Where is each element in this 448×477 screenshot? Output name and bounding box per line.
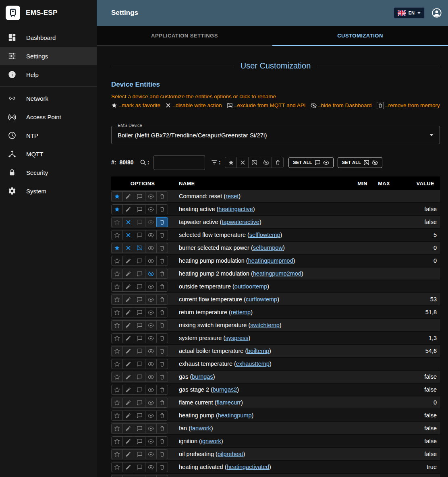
visibility-toggle[interactable] bbox=[145, 411, 157, 421]
entity-code-link[interactable]: exhausttemp bbox=[236, 361, 270, 367]
entity-name[interactable]: return temperature (rettemp) bbox=[174, 309, 351, 315]
favorite-toggle[interactable] bbox=[111, 423, 123, 433]
entity-name[interactable]: oil preheating (oilpreheat) bbox=[174, 451, 351, 457]
mqtt-toggle[interactable] bbox=[134, 191, 145, 201]
entity-code-link[interactable]: heatingpump2mod bbox=[253, 270, 301, 277]
visibility-toggle[interactable] bbox=[145, 269, 157, 279]
mqtt-toggle[interactable] bbox=[134, 256, 145, 266]
favorite-toggle[interactable] bbox=[111, 191, 123, 201]
favorite-toggle[interactable] bbox=[111, 282, 123, 292]
entity-name[interactable]: flame current (flamecurr) bbox=[174, 399, 351, 406]
delete-toggle[interactable] bbox=[156, 269, 168, 279]
write-toggle[interactable] bbox=[122, 191, 134, 201]
write-toggle[interactable] bbox=[122, 230, 134, 240]
write-toggle[interactable] bbox=[122, 411, 134, 421]
entity-code-link[interactable]: rettemp bbox=[231, 309, 251, 315]
favorite-toggle[interactable] bbox=[111, 243, 123, 253]
write-toggle[interactable] bbox=[122, 333, 134, 343]
write-toggle[interactable] bbox=[122, 346, 134, 356]
entity-code-link[interactable]: boiltemp bbox=[247, 348, 269, 354]
search-input[interactable] bbox=[153, 155, 205, 170]
delete-toggle[interactable] bbox=[156, 475, 168, 477]
visibility-toggle[interactable] bbox=[145, 307, 157, 317]
visibility-toggle[interactable] bbox=[145, 230, 157, 240]
filter-eye-off-button[interactable] bbox=[260, 157, 272, 168]
mqtt-toggle[interactable] bbox=[134, 359, 145, 369]
mqtt-toggle[interactable] bbox=[134, 320, 145, 330]
delete-toggle[interactable] bbox=[156, 307, 168, 317]
entity-code-link[interactable]: curflowtemp bbox=[246, 296, 277, 303]
delete-toggle[interactable] bbox=[156, 282, 168, 292]
language-selector[interactable]: EN bbox=[394, 7, 425, 19]
favorite-toggle[interactable] bbox=[111, 372, 123, 382]
sidebar-item-dashboard[interactable]: Dashboard bbox=[0, 28, 97, 47]
delete-toggle[interactable] bbox=[156, 204, 168, 214]
entity-code-link[interactable]: burngas2 bbox=[213, 386, 237, 393]
favorite-toggle[interactable] bbox=[111, 449, 123, 459]
sidebar-item-mqtt[interactable]: MQTT bbox=[0, 145, 97, 163]
favorite-toggle[interactable] bbox=[111, 398, 123, 408]
filter-star-button[interactable] bbox=[225, 157, 237, 168]
visibility-toggle[interactable] bbox=[145, 423, 157, 433]
write-toggle[interactable] bbox=[122, 372, 134, 382]
write-toggle[interactable] bbox=[122, 436, 134, 446]
write-toggle[interactable] bbox=[122, 359, 134, 369]
set-all-button-2[interactable]: SET ALL bbox=[338, 157, 383, 168]
favorite-toggle[interactable] bbox=[111, 307, 123, 317]
entity-name[interactable]: ignition (ignwork) bbox=[174, 438, 351, 444]
visibility-toggle[interactable] bbox=[145, 243, 157, 253]
entity-code-link[interactable]: switchtemp bbox=[250, 322, 280, 328]
mqtt-toggle[interactable] bbox=[134, 385, 145, 395]
sidebar-item-access-point[interactable]: Access Point bbox=[0, 108, 97, 126]
delete-toggle[interactable] bbox=[156, 385, 168, 395]
favorite-toggle[interactable] bbox=[111, 269, 123, 279]
entity-name[interactable]: actual boiler temperature (boiltemp) bbox=[174, 348, 351, 354]
ems-device-select[interactable]: EMS Device Boiler (Nefit GBx72/Trendline… bbox=[111, 126, 440, 144]
visibility-toggle[interactable] bbox=[145, 320, 157, 330]
mqtt-toggle[interactable] bbox=[134, 294, 145, 305]
filter-comment-off-button[interactable] bbox=[248, 157, 260, 168]
favorite-toggle[interactable] bbox=[111, 333, 123, 343]
visibility-toggle[interactable] bbox=[145, 359, 157, 369]
favorite-toggle[interactable] bbox=[111, 256, 123, 266]
filter-cross-button[interactable] bbox=[236, 157, 249, 168]
mqtt-toggle[interactable] bbox=[134, 423, 145, 433]
write-toggle[interactable] bbox=[122, 282, 134, 292]
visibility-toggle[interactable] bbox=[145, 333, 157, 343]
entity-name[interactable]: heating pump 2 modulation (heatingpump2m… bbox=[174, 270, 351, 277]
write-toggle[interactable] bbox=[122, 307, 134, 317]
entity-code-link[interactable]: tapwateractive bbox=[222, 219, 259, 225]
entity-name[interactable]: current flow temperature (curflowtemp) bbox=[174, 296, 351, 303]
entity-code-link[interactable]: outdoortemp bbox=[234, 283, 267, 290]
entity-code-link[interactable]: syspress bbox=[225, 335, 248, 341]
visibility-toggle[interactable] bbox=[145, 256, 157, 266]
write-toggle[interactable] bbox=[122, 269, 134, 279]
visibility-toggle[interactable] bbox=[145, 346, 157, 356]
visibility-toggle[interactable] bbox=[145, 398, 157, 408]
visibility-toggle[interactable] bbox=[145, 449, 157, 459]
delete-toggle[interactable] bbox=[156, 256, 168, 266]
delete-toggle[interactable] bbox=[156, 333, 168, 343]
delete-toggle[interactable] bbox=[156, 294, 168, 305]
visibility-toggle[interactable] bbox=[145, 436, 157, 446]
delete-toggle[interactable] bbox=[156, 423, 168, 433]
tab-customization[interactable]: CUSTOMIZATION bbox=[272, 26, 448, 46]
visibility-toggle[interactable] bbox=[145, 385, 157, 395]
entity-code-link[interactable]: oilpreheat bbox=[218, 451, 243, 457]
mqtt-toggle[interactable] bbox=[134, 243, 145, 253]
write-toggle[interactable] bbox=[122, 294, 134, 305]
entity-name[interactable]: heating active (heatingactive) bbox=[174, 206, 351, 212]
delete-toggle[interactable] bbox=[156, 372, 168, 382]
write-toggle[interactable] bbox=[122, 256, 134, 266]
entity-code-link[interactable]: fanwork bbox=[191, 425, 211, 431]
write-toggle[interactable] bbox=[122, 204, 134, 214]
account-button[interactable] bbox=[431, 7, 442, 19]
entity-code-link[interactable]: heatingactivated bbox=[227, 464, 270, 470]
delete-toggle[interactable] bbox=[156, 320, 168, 330]
delete-toggle[interactable] bbox=[156, 346, 168, 356]
sidebar-item-network[interactable]: Network bbox=[0, 89, 97, 108]
write-toggle[interactable] bbox=[122, 320, 134, 330]
entity-code-link[interactable]: selflowtemp bbox=[249, 232, 280, 238]
entity-name[interactable]: Command: reset (reset) bbox=[174, 193, 351, 199]
visibility-toggle[interactable] bbox=[145, 191, 157, 201]
